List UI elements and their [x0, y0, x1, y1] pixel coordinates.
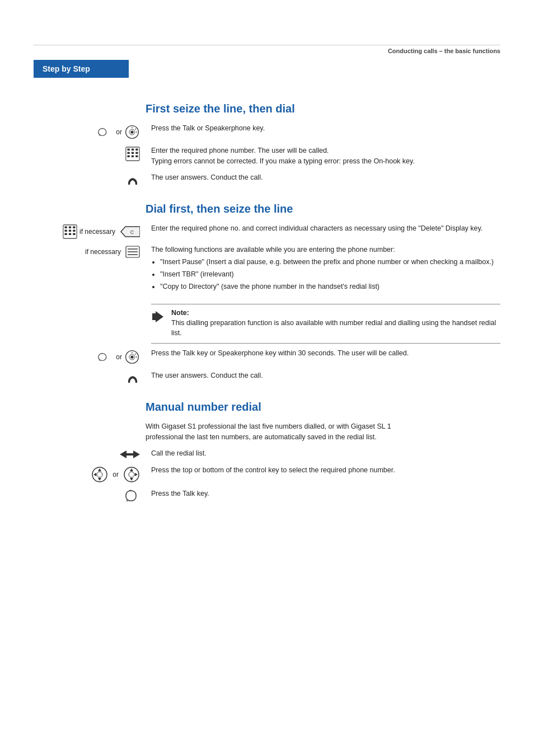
- step-1-3-icon: [34, 172, 146, 188]
- step-2-2-icon: if necessary: [34, 245, 146, 258]
- svg-point-43: [129, 472, 134, 477]
- svg-rect-47: [126, 491, 136, 501]
- step-1-1-icon: or: [34, 123, 146, 140]
- content-area: First seize the line, then dial or: [34, 100, 500, 502]
- svg-rect-17: [64, 229, 67, 231]
- svg-marker-46: [135, 473, 138, 476]
- svg-marker-40: [98, 478, 101, 481]
- function-item-2: "Insert TBR" (irrelevant): [160, 269, 500, 280]
- step-3-3: Press the Talk key.: [34, 489, 500, 502]
- step-2-1: if necessary C Enter the required phone …: [34, 223, 500, 239]
- speakerphone-icon: [124, 124, 140, 140]
- spacer: [151, 60, 500, 78]
- step-3-1: Call the redial list.: [34, 448, 500, 459]
- or-label-1: or: [116, 128, 122, 136]
- icon-spacer-3: [34, 398, 146, 448]
- page: Conducting calls – the basic functions S…: [0, 45, 534, 756]
- ring-icon-1: [125, 173, 140, 188]
- talk-icon-2: [98, 351, 114, 363]
- svg-marker-39: [98, 468, 101, 471]
- ctrl-key-2-icon: [123, 466, 140, 483]
- step-3-1-icon: [34, 448, 146, 459]
- svg-rect-9: [135, 152, 138, 154]
- svg-rect-22: [73, 233, 75, 234]
- arrows-icon: [120, 449, 140, 459]
- step-3-2-icon: or: [34, 465, 146, 483]
- or-label-2: or: [116, 353, 122, 361]
- section-title-row-1: First seize the line, then dial: [34, 100, 500, 123]
- note-box: Note: This dialling preparation function…: [151, 304, 500, 344]
- svg-text:C: C: [130, 229, 134, 235]
- step-3-1-text: Call the redial list.: [146, 448, 500, 459]
- svg-point-33: [130, 355, 133, 358]
- note-text: This dialling preparation function is al…: [171, 318, 500, 339]
- svg-rect-31: [99, 354, 106, 360]
- svg-rect-11: [132, 156, 134, 157]
- svg-point-38: [97, 472, 102, 477]
- note-content: Note: This dialling preparation function…: [171, 309, 500, 339]
- icon-spacer-note: [34, 299, 146, 349]
- section-title-2: Dial first, then seize the line: [146, 203, 293, 215]
- svg-marker-30: [156, 311, 163, 322]
- step-2-5-text: The user answers. Conduct the call.: [146, 370, 500, 381]
- or-label-3: or: [113, 471, 119, 478]
- section-intro: With Gigaset S1 professional the last fi…: [146, 421, 403, 443]
- keypad-icon-1: [125, 147, 140, 161]
- if-necessary-label-1: if necessary: [79, 228, 115, 236]
- svg-rect-15: [69, 226, 71, 228]
- svg-rect-8: [132, 152, 134, 154]
- step-2-1-icon: if necessary C: [34, 223, 146, 239]
- section-title-row-2: Dial first, then seize the line: [34, 200, 500, 223]
- section-title-3: Manual number redial: [146, 401, 403, 414]
- step-2-5-icon: [34, 370, 146, 386]
- speakerphone-icon-2: [124, 349, 140, 365]
- step-1-3-text: The user answers. Conduct the call.: [146, 172, 500, 183]
- svg-rect-19: [73, 229, 75, 231]
- ctrl-key-1-icon: [91, 466, 108, 483]
- step-by-step-box: Step by Step: [34, 60, 129, 78]
- talk-icon: [98, 126, 114, 138]
- step-2-4-icon: or: [34, 348, 146, 365]
- step-1-2-text: Enter the required phone number. The use…: [146, 145, 500, 167]
- svg-rect-35: [127, 453, 133, 456]
- step-2-1-text: Enter the required phone no. and correct…: [146, 223, 500, 234]
- ring-icon-2: [125, 372, 140, 386]
- section-dial-first: Dial first, then seize the line: [34, 200, 500, 387]
- section-title-1: First seize the line, then dial: [146, 102, 295, 115]
- step-2-4-text: Press the Talk key or Speakerphone key w…: [146, 348, 500, 359]
- svg-marker-45: [130, 478, 133, 481]
- page-header-title: Conducting calls – the basic functions: [34, 48, 500, 54]
- svg-rect-5: [132, 148, 134, 150]
- talk-icon-3: [125, 490, 140, 502]
- svg-rect-29: [152, 313, 156, 320]
- step-2-5: The user answers. Conduct the call.: [34, 370, 500, 386]
- svg-rect-12: [135, 156, 138, 157]
- svg-marker-44: [130, 468, 133, 471]
- step-2-4: or Press the Talk key or Speakerphone ke…: [34, 348, 500, 365]
- step-1-2: Enter the required phone number. The use…: [34, 145, 500, 167]
- step-3-3-text: Press the Talk key.: [146, 489, 500, 499]
- svg-rect-10: [127, 156, 129, 157]
- svg-rect-21: [69, 233, 71, 234]
- function-item-1: "Insert Pause" (Insert a dial pause, e.g…: [160, 257, 500, 267]
- step-1-3: The user answers. Conduct the call.: [34, 172, 500, 188]
- svg-rect-20: [64, 233, 67, 234]
- keypad-icon-2: [63, 224, 77, 239]
- svg-marker-36: [133, 450, 140, 458]
- section-first-seize: First seize the line, then dial or: [34, 100, 500, 188]
- delete-key-icon: C: [120, 226, 140, 238]
- step-1-1: or Press the Talk or Speakerphone key.: [34, 123, 500, 140]
- step-2-2-text: The following functions are available wh…: [146, 245, 500, 294]
- icon-spacer-2: [34, 200, 146, 223]
- note-wrapper: Note: This dialling preparation function…: [146, 299, 500, 349]
- section-manual-redial: Manual number redial With Gigaset S1 pro…: [34, 398, 500, 502]
- left-column: Step by Step: [34, 60, 146, 78]
- step-2-2: if necessary The following functions are…: [34, 245, 500, 294]
- function-list: "Insert Pause" (Insert a dial pause, e.g…: [160, 257, 500, 292]
- svg-rect-6: [135, 148, 138, 150]
- svg-rect-4: [127, 148, 129, 150]
- svg-marker-34: [120, 450, 127, 458]
- step-3-3-icon: [34, 489, 146, 502]
- step-1-1-text: Press the Talk or Speakerphone key.: [146, 123, 500, 134]
- top-rule: [34, 45, 500, 45]
